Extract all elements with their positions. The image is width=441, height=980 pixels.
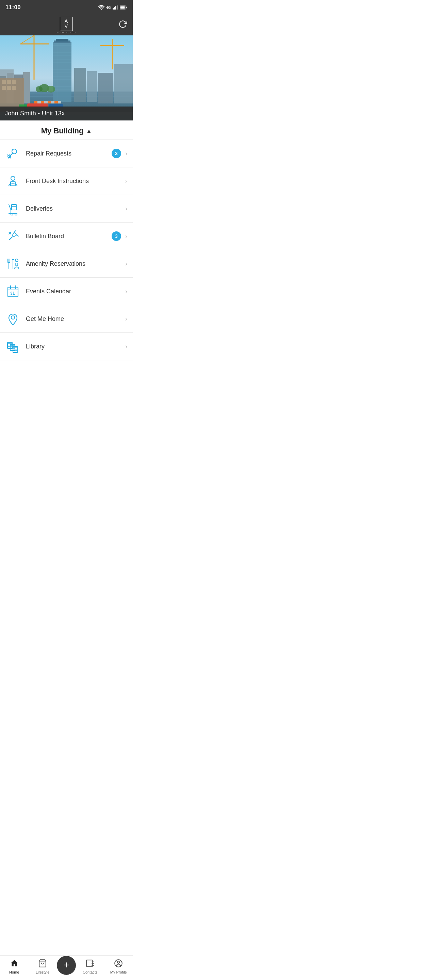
svg-point-97 bbox=[11, 316, 14, 319]
svg-line-78 bbox=[9, 205, 11, 210]
svg-rect-44 bbox=[74, 68, 86, 102]
menu-item-bulletin-board[interactable]: Bulletin Board 3 › bbox=[0, 223, 133, 250]
library-chevron: › bbox=[125, 343, 127, 350]
events-calendar-icon: 31 bbox=[5, 283, 21, 299]
svg-rect-2 bbox=[115, 6, 116, 10]
get-me-home-chevron: › bbox=[125, 315, 127, 323]
status-icons: 4G bbox=[98, 5, 127, 10]
menu-item-get-me-home[interactable]: Get Me Home › bbox=[0, 305, 133, 333]
menu-item-deliveries[interactable]: Deliveries › bbox=[0, 195, 133, 223]
svg-point-77 bbox=[15, 213, 17, 215]
svg-rect-72 bbox=[11, 205, 16, 210]
svg-rect-58 bbox=[41, 101, 44, 103]
svg-rect-6 bbox=[126, 7, 127, 8]
get-me-home-icon bbox=[5, 311, 21, 327]
menu-item-amenity-reservations[interactable]: Amenity Reservations › bbox=[0, 250, 133, 278]
svg-rect-18 bbox=[2, 80, 6, 84]
svg-text:31: 31 bbox=[10, 291, 15, 296]
svg-rect-43 bbox=[56, 39, 68, 41]
svg-rect-24 bbox=[53, 42, 72, 102]
cellular-4g-icon: 4G bbox=[106, 6, 111, 10]
logo-av-text: AV bbox=[65, 19, 68, 29]
svg-rect-19 bbox=[7, 80, 11, 84]
library-icon bbox=[5, 338, 21, 355]
section-header[interactable]: My Building ▲ bbox=[0, 121, 133, 140]
svg-rect-47 bbox=[114, 64, 133, 103]
amenity-reservations-label: Amenity Reservations bbox=[26, 260, 124, 267]
deliveries-label: Deliveries bbox=[26, 205, 124, 212]
repair-requests-label: Repair Requests bbox=[26, 150, 111, 157]
svg-line-80 bbox=[14, 231, 16, 232]
battery-icon bbox=[120, 5, 127, 10]
svg-rect-16 bbox=[23, 72, 30, 103]
svg-rect-3 bbox=[117, 5, 118, 10]
user-name-unit: John Smith - Unit 13x bbox=[5, 110, 65, 117]
front-desk-chevron: › bbox=[125, 178, 127, 185]
refresh-icon bbox=[118, 20, 127, 29]
repair-requests-badge: 3 bbox=[111, 149, 121, 158]
svg-rect-0 bbox=[113, 8, 114, 10]
bulletin-board-badge: 3 bbox=[111, 231, 121, 241]
svg-rect-1 bbox=[114, 7, 115, 10]
bulletin-board-chevron: › bbox=[125, 233, 127, 240]
svg-line-68 bbox=[8, 155, 8, 156]
deliveries-chevron: › bbox=[125, 205, 127, 212]
hero-image-container: John Smith - Unit 13x bbox=[0, 35, 133, 121]
svg-rect-45 bbox=[87, 71, 97, 102]
bulletin-board-label: Bulletin Board bbox=[26, 233, 111, 240]
svg-point-62 bbox=[47, 86, 55, 92]
svg-rect-91 bbox=[16, 263, 18, 266]
app-logo: AV ALTO VETRO bbox=[56, 17, 76, 34]
svg-rect-60 bbox=[54, 101, 58, 103]
logo-subtitle: ALTO VETRO bbox=[56, 32, 76, 34]
svg-rect-59 bbox=[48, 101, 51, 103]
amenity-reservations-icon bbox=[5, 256, 21, 272]
status-time: 11:00 bbox=[5, 4, 21, 11]
svg-line-69 bbox=[10, 155, 11, 156]
svg-rect-20 bbox=[12, 80, 16, 84]
menu-item-front-desk[interactable]: Front Desk Instructions › bbox=[0, 167, 133, 195]
svg-rect-23 bbox=[12, 86, 16, 90]
svg-line-81 bbox=[17, 235, 18, 236]
svg-rect-5 bbox=[121, 6, 125, 9]
menu-item-repair-requests[interactable]: Repair Requests 3 › bbox=[0, 140, 133, 167]
front-desk-icon bbox=[5, 173, 21, 189]
refresh-button[interactable] bbox=[118, 20, 127, 30]
logo-box: AV bbox=[60, 17, 73, 31]
amenity-reservations-chevron: › bbox=[125, 260, 127, 267]
menu-item-library[interactable]: Library › bbox=[0, 333, 133, 360]
svg-line-79 bbox=[10, 237, 12, 240]
wifi-icon bbox=[98, 5, 105, 10]
events-calendar-label: Events Calendar bbox=[26, 288, 124, 295]
hero-caption: John Smith - Unit 13x bbox=[0, 107, 133, 121]
front-desk-label: Front Desk Instructions bbox=[26, 178, 124, 185]
svg-rect-21 bbox=[2, 86, 6, 90]
signal-icon bbox=[113, 5, 118, 10]
svg-rect-22 bbox=[7, 86, 11, 90]
deliveries-icon bbox=[5, 200, 21, 217]
menu-list: Repair Requests 3 › Front Desk Instructi… bbox=[0, 140, 133, 360]
repair-requests-icon bbox=[5, 145, 21, 162]
repair-requests-chevron: › bbox=[125, 150, 127, 157]
status-bar: 11:00 4G bbox=[0, 0, 133, 15]
bulletin-board-icon bbox=[5, 228, 21, 244]
svg-rect-57 bbox=[34, 101, 37, 103]
svg-rect-46 bbox=[98, 73, 113, 103]
menu-item-events-calendar[interactable]: 31 Events Calendar › bbox=[0, 278, 133, 305]
app-header: AV ALTO VETRO bbox=[0, 15, 133, 35]
svg-point-90 bbox=[15, 259, 18, 262]
events-calendar-chevron: › bbox=[125, 288, 127, 295]
library-label: Library bbox=[26, 343, 124, 350]
section-title: My Building bbox=[41, 127, 84, 135]
svg-point-76 bbox=[11, 213, 13, 215]
svg-point-70 bbox=[11, 176, 15, 180]
get-me-home-label: Get Me Home bbox=[26, 315, 124, 323]
section-chevron: ▲ bbox=[86, 128, 92, 134]
svg-point-63 bbox=[36, 86, 43, 92]
